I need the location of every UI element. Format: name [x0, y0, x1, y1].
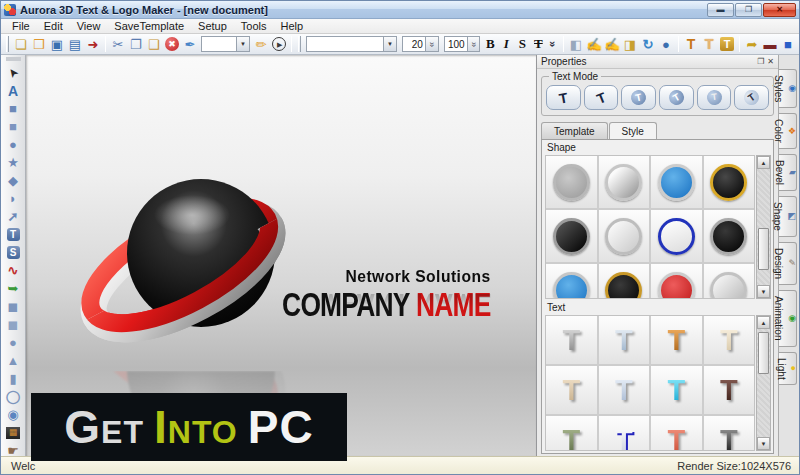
open-folder-icon[interactable]: ❒	[30, 35, 48, 53]
close-panel-icon[interactable]: ✕	[767, 57, 774, 66]
text-style-thumbnail[interactable]: T	[704, 416, 755, 451]
font-size-stepper[interactable]: »	[426, 36, 439, 52]
scroll-down-icon[interactable]: ▼	[757, 437, 770, 450]
style-brush-icon[interactable]: ✒	[181, 35, 199, 53]
cylinder-tool[interactable]: ▮	[3, 370, 24, 387]
text-mode-round4-button[interactable]: T	[734, 85, 769, 110]
menu-item[interactable]: Help	[274, 19, 311, 34]
text-style-thumbnail[interactable]: T	[599, 316, 650, 364]
dark-shape-icon[interactable]: ▬	[761, 35, 779, 53]
scroll-up-icon[interactable]: ▲	[757, 156, 770, 169]
minimize-button[interactable]: ▬	[707, 3, 734, 17]
font-size-input[interactable]: 20	[402, 36, 426, 52]
text-style-thumbnail[interactable]: T	[651, 316, 702, 364]
rounded-rect-tool[interactable]: ■	[3, 118, 24, 135]
style-combo[interactable]: ▼	[201, 36, 250, 52]
save-as-icon[interactable]: ▤	[66, 35, 84, 53]
tab-style[interactable]: Style	[609, 122, 657, 139]
shape-thumbnail[interactable]	[546, 264, 597, 299]
menu-item[interactable]: File	[5, 19, 37, 34]
tab-light[interactable]: ● Light	[779, 352, 797, 386]
pie-tool[interactable]: ◗	[3, 190, 24, 207]
shadow-button[interactable]: S	[514, 35, 530, 53]
float-panel-icon[interactable]: ❐	[757, 57, 764, 66]
text-style-thumbnail[interactable]: T	[599, 366, 650, 414]
menu-item[interactable]: Tools	[234, 19, 274, 34]
cube-tool[interactable]: ◼	[3, 298, 24, 315]
restore-button[interactable]: ❐	[735, 3, 762, 17]
cone-tool[interactable]: ▲	[3, 352, 24, 369]
export-icon[interactable]: ➜	[84, 35, 102, 53]
text-3d-icon[interactable]: T	[682, 35, 700, 53]
rectangle-tool[interactable]: ■	[3, 100, 24, 117]
brand-text-group[interactable]: Network Solutions COMPANY NAME COMPANY N…	[230, 267, 491, 355]
shape-scrollbar[interactable]: ▲ ▼	[756, 155, 771, 299]
text-style-thumbnail[interactable]: T	[651, 366, 702, 414]
text-mode-flat2-button[interactable]: T	[584, 85, 619, 110]
palette-grip[interactable]	[6, 57, 21, 61]
blue-square-icon[interactable]: ■	[779, 35, 797, 53]
scroll-down-icon[interactable]: ▼	[757, 285, 770, 298]
shape-edit-icon[interactable]: ✍	[585, 35, 603, 53]
text-scrollbar[interactable]: ▲ ▼	[756, 315, 771, 451]
text-style-thumbnail[interactable]: T	[651, 416, 702, 451]
new-document-icon[interactable]: ❏	[12, 35, 30, 53]
text-style-thumbnail[interactable]: T	[599, 416, 650, 451]
node-edit-icon[interactable]: ✍	[603, 35, 621, 53]
italic-button[interactable]: I	[498, 35, 514, 53]
gold-cube-icon[interactable]: ◨	[621, 35, 639, 53]
shape-thumbnail[interactable]	[546, 156, 597, 208]
text-mode-round2-button[interactable]: T	[659, 85, 694, 110]
toolbar-grip[interactable]	[6, 36, 9, 52]
shape-thumbnail[interactable]	[651, 210, 702, 262]
text-mode-round-button[interactable]: T	[621, 85, 656, 110]
scroll-thumb[interactable]	[758, 228, 769, 270]
edit-pencil-icon[interactable]: ✏	[252, 35, 270, 53]
delete-icon[interactable]: ✖	[163, 35, 181, 53]
shape-thumbnail[interactable]	[599, 210, 650, 262]
scroll-up-icon[interactable]: ▲	[757, 316, 770, 329]
tab-styles[interactable]: ◉ Styles	[779, 69, 797, 108]
text-box-icon[interactable]: T	[718, 35, 736, 53]
overflow-chevron-icon[interactable]: »	[546, 35, 560, 53]
text-frame-tool[interactable]: T	[3, 226, 24, 243]
sphere2-tool[interactable]: ◉	[3, 406, 24, 423]
text-style-thumbnail[interactable]: T	[546, 416, 597, 451]
text-style-thumbnail[interactable]: T	[546, 366, 597, 414]
scroll-thumb[interactable]	[758, 332, 769, 374]
torus-tool[interactable]: ◯	[3, 388, 24, 405]
text-style-thumbnail[interactable]: T	[704, 366, 755, 414]
tab-design[interactable]: ✎ Design	[779, 242, 797, 285]
shape-thumbnail[interactable]	[599, 264, 650, 299]
shape-thumbnail[interactable]	[651, 264, 702, 299]
arrow-tool[interactable]: ➚	[3, 208, 24, 225]
tab-animation[interactable]: ◉ Animation	[779, 290, 797, 346]
combo-arrow-icon[interactable]: ▼	[383, 37, 396, 51]
ellipse-tool[interactable]: ●	[3, 136, 24, 153]
close-button[interactable]: ✕	[763, 3, 796, 17]
text-tool[interactable]: A	[3, 82, 24, 99]
text-outline-icon[interactable]: T	[700, 35, 718, 53]
freehand-tool[interactable]: ∿	[3, 262, 24, 279]
strike-button[interactable]: T	[530, 35, 546, 53]
polygon-tool[interactable]: ◆	[3, 172, 24, 189]
shape-thumbnail[interactable]	[651, 156, 702, 208]
tab-shape[interactable]: ◩ Shape	[779, 196, 797, 237]
shape-thumbnail[interactable]	[546, 210, 597, 262]
menu-item[interactable]: View	[70, 19, 108, 34]
text-mode-flat-button[interactable]: T	[546, 85, 581, 110]
cylinder-icon[interactable]: ●	[657, 35, 675, 53]
shape-thumbnail[interactable]	[599, 156, 650, 208]
save-icon[interactable]: ▣	[48, 35, 66, 53]
refresh-icon[interactable]: ↻	[639, 35, 657, 53]
tab-color[interactable]: ❖ Color	[779, 113, 797, 149]
font-combo[interactable]: ▼	[306, 36, 397, 52]
menu-item[interactable]: Edit	[37, 19, 70, 34]
cube-edit-icon[interactable]: ◧	[567, 35, 585, 53]
bold-button[interactable]: B	[482, 35, 498, 53]
menu-item[interactable]: Setup	[191, 19, 234, 34]
import-tool[interactable]: ➥	[3, 280, 24, 297]
tab-template[interactable]: Template	[541, 122, 608, 139]
rounded-cube-tool[interactable]: ◼	[3, 316, 24, 333]
menu-item[interactable]: SaveTemplate	[107, 19, 191, 34]
